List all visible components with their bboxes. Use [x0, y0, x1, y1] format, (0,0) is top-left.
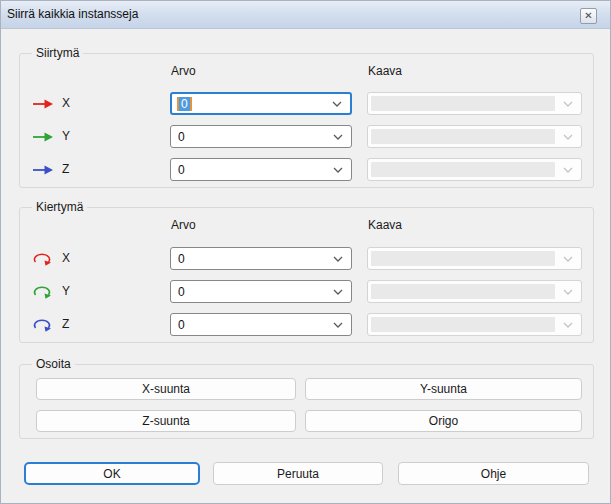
translation-group: Siirtymä Arvo Kaava X 0 — [19, 53, 594, 188]
cancel-button[interactable]: Peruuta — [213, 462, 383, 485]
arrow-right-icon — [32, 129, 54, 145]
translation-group-label: Siirtymä — [32, 46, 83, 60]
chevron-down-icon — [563, 256, 573, 262]
disabled-formula-field — [371, 317, 555, 332]
pick-group-label: Osoita — [32, 357, 75, 371]
rotation-x-value-combobox[interactable]: 0 — [170, 247, 352, 270]
rotation-group-label: Kiertymä — [32, 200, 87, 214]
axis-label: Y — [62, 125, 70, 148]
combobox-value: 0 — [178, 318, 185, 332]
chevron-down-icon — [563, 101, 573, 107]
rotation-z-value-combobox[interactable]: 0 — [170, 313, 352, 336]
rotate-around-axis-icon — [32, 317, 54, 333]
rotation-value-column-header: Arvo — [171, 218, 196, 232]
chevron-down-icon[interactable] — [333, 322, 343, 328]
chevron-down-icon[interactable] — [332, 101, 342, 107]
chevron-down-icon[interactable] — [333, 167, 343, 173]
translation-formula-column-header: Kaava — [368, 64, 402, 78]
chevron-down-icon — [563, 134, 573, 140]
close-icon[interactable]: ✕ — [580, 8, 597, 24]
chevron-down-icon — [563, 322, 573, 328]
disabled-formula-field — [371, 284, 555, 299]
rotation-row-z: Z 0 — [20, 313, 593, 336]
translation-row-z: Z 0 — [20, 158, 593, 181]
translation-z-value-combobox[interactable]: 0 — [170, 158, 352, 181]
disabled-formula-field — [371, 251, 555, 266]
chevron-down-icon — [563, 289, 573, 295]
translation-y-value-combobox[interactable]: 0 — [170, 125, 352, 148]
translation-x-value-combobox[interactable]: 0 — [170, 92, 352, 115]
translation-y-formula-combobox — [367, 125, 582, 148]
translation-value-column-header: Arvo — [171, 64, 196, 78]
combobox-value: 0 — [178, 163, 185, 177]
disabled-formula-field — [371, 96, 555, 111]
rotate-around-axis-icon — [32, 251, 54, 267]
rotation-group: Kiertymä Arvo Kaava X 0 — [19, 207, 594, 343]
arrow-right-icon — [32, 162, 54, 178]
pick-origin-button[interactable]: Origo — [305, 410, 582, 432]
rotation-y-value-combobox[interactable]: 0 — [170, 280, 352, 303]
chevron-down-icon[interactable] — [333, 256, 343, 262]
translation-z-formula-combobox — [367, 158, 582, 181]
pick-y-direction-button[interactable]: Y-suunta — [305, 378, 582, 400]
axis-label: Y — [62, 280, 70, 303]
rotation-y-formula-combobox — [367, 280, 582, 303]
rotation-row-x: X 0 — [20, 247, 593, 270]
axis-label: X — [62, 92, 70, 115]
rotation-x-formula-combobox — [367, 247, 582, 270]
pick-x-direction-button[interactable]: X-suunta — [36, 378, 296, 400]
rotation-z-formula-combobox — [367, 313, 582, 336]
combobox-value: 0 — [179, 97, 190, 111]
rotate-around-axis-icon — [32, 284, 54, 300]
translation-row-x: X 0 — [20, 92, 593, 115]
ok-button[interactable]: OK — [24, 462, 200, 485]
pick-group: Osoita X-suunta Y-suunta Z-suunta Origo — [19, 364, 594, 439]
combobox-value: 0 — [178, 252, 185, 266]
chevron-down-icon — [563, 167, 573, 173]
help-button[interactable]: Ohje — [398, 462, 589, 485]
rotation-formula-column-header: Kaava — [368, 218, 402, 232]
axis-label: Z — [62, 313, 69, 336]
axis-label: X — [62, 247, 70, 270]
translation-x-formula-combobox — [367, 92, 582, 115]
arrow-right-icon — [32, 96, 54, 112]
chevron-down-icon[interactable] — [333, 289, 343, 295]
combobox-value: 0 — [178, 285, 185, 299]
move-all-instances-dialog: Siirrä kaikkia instansseja ✕ Siirtymä Ar… — [0, 0, 611, 504]
combobox-value: 0 — [178, 130, 185, 144]
rotation-row-y: Y 0 — [20, 280, 593, 303]
window-title: Siirrä kaikkia instansseja — [7, 7, 138, 21]
disabled-formula-field — [371, 162, 555, 177]
translation-row-y: Y 0 — [20, 125, 593, 148]
titlebar[interactable]: Siirrä kaikkia instansseja ✕ — [1, 1, 610, 29]
pick-z-direction-button[interactable]: Z-suunta — [36, 410, 296, 432]
axis-label: Z — [62, 158, 69, 181]
disabled-formula-field — [371, 129, 555, 144]
chevron-down-icon[interactable] — [333, 134, 343, 140]
